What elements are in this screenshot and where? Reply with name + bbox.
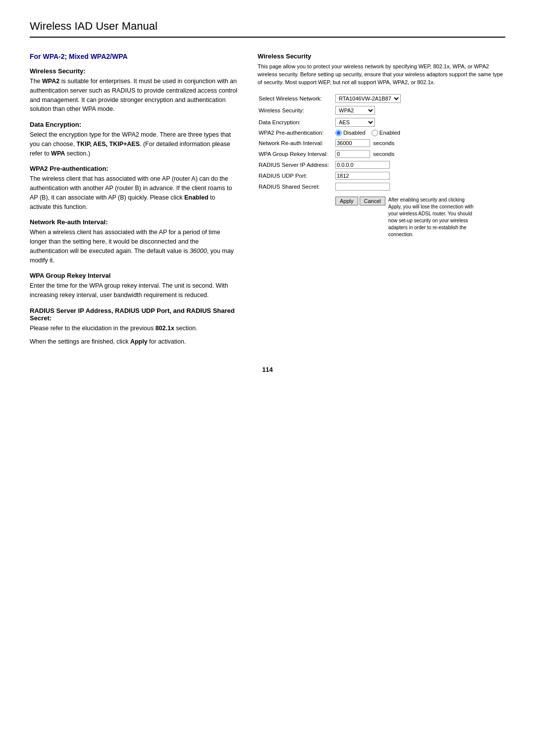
subsection-data-encryption: Data Encryption: [30, 121, 238, 128]
subsection-wpa2-preauth: WPA2 Pre-authentication: [30, 165, 238, 172]
data-encryption-text: Select the encryption type for the WPA2 … [30, 130, 238, 158]
subsection-wireless-security: Wireless Security: [30, 67, 238, 75]
subsection-radius: RADIUS Server IP Address, RADIUS UDP Por… [30, 307, 238, 322]
radio-enabled-label[interactable]: Enabled [372, 130, 400, 136]
radius-text-2: When the settings are finished, click Ap… [30, 337, 238, 347]
wpa2-preauth-text: The wireless client that has associated … [30, 174, 238, 211]
row-network-reauth: Network Re-auth Interval: seconds [258, 138, 505, 149]
page-title: Wireless IAD User Manual [30, 20, 158, 32]
row-radius-secret: RADIUS Shared Secret: [258, 181, 505, 192]
wireless-security-text: The WPA2 is suitable for enterprises. It… [30, 77, 238, 114]
ws-panel-title: Wireless Security [258, 52, 505, 60]
page-header: Wireless IAD User Manual [30, 20, 505, 38]
content-wrapper: For WPA-2; Mixed WPA2/WPA Wireless Secur… [30, 52, 505, 346]
value-select-network: RTA1046VW-2A1B87 [334, 93, 505, 104]
label-radius-ip: RADIUS Server IP Address: [258, 159, 334, 170]
wpa2-preauth-radio-group: Disabled Enabled [335, 130, 504, 136]
radio-enabled-text: Enabled [379, 130, 400, 136]
radius-udp-input[interactable] [335, 172, 390, 180]
apply-button[interactable]: Apply [335, 197, 358, 205]
label-wireless-security: Wireless Security: [258, 104, 334, 116]
value-network-reauth: seconds [334, 138, 505, 149]
value-radius-secret [334, 181, 505, 192]
value-radius-udp [334, 170, 505, 181]
ws-form-table: Select Wireless Network: RTA1046VW-2A1B8… [258, 93, 505, 240]
section-title: For WPA-2; Mixed WPA2/WPA [30, 52, 238, 60]
network-reauth-text: When a wireless client has associated wi… [30, 228, 238, 265]
value-wpa2-preauth: Disabled Enabled [334, 128, 505, 138]
data-encryption-select[interactable]: AES [335, 118, 375, 127]
right-column: Wireless Security This page allow you to… [258, 52, 505, 240]
wireless-security-select[interactable]: WPA2 [335, 106, 375, 115]
row-data-encryption: Data Encryption: AES [258, 116, 505, 128]
subsection-wpa-group-rekey: WPA Group Rekey Interval [30, 272, 238, 279]
radius-secret-input[interactable] [335, 183, 390, 191]
network-reauth-unit: seconds [373, 140, 394, 146]
label-network-reauth: Network Re-auth Interval: [258, 138, 334, 149]
radio-enabled[interactable] [372, 130, 378, 136]
wpa-group-rekey-unit: seconds [373, 151, 394, 157]
value-wpa-group-rekey: seconds [334, 149, 505, 159]
label-data-encryption: Data Encryption: [258, 116, 334, 128]
row-wireless-security: Wireless Security: WPA2 [258, 104, 505, 116]
radio-disabled-label[interactable]: Disabled [335, 130, 366, 136]
radius-title-bold: RADIUS Server IP Address, RADIUS UDP Por… [30, 307, 171, 314]
row-wpa2-preauth: WPA2 Pre-authentication: Disabled Enable… [258, 128, 505, 138]
left-column: For WPA-2; Mixed WPA2/WPA Wireless Secur… [30, 52, 238, 346]
row-buttons: Apply Cancel After enabling security and… [258, 192, 505, 240]
warning-text: After enabling security and clicking App… [388, 197, 478, 238]
subsection-network-reauth: Network Re-auth Interval: [30, 218, 238, 226]
wpa-group-rekey-input[interactable] [335, 150, 370, 158]
cancel-button[interactable]: Cancel [360, 197, 385, 205]
ws-description: This page allow you to protect your wire… [258, 63, 505, 87]
row-radius-ip: RADIUS Server IP Address: [258, 159, 505, 170]
radio-disabled-text: Disabled [343, 130, 366, 136]
row-radius-udp: RADIUS UDP Port: [258, 170, 505, 181]
radio-disabled[interactable] [335, 130, 342, 136]
button-group: Apply Cancel After enabling security and… [335, 197, 478, 238]
value-data-encryption: AES [334, 116, 505, 128]
network-reauth-input[interactable] [335, 139, 370, 147]
wpa-group-rekey-text: Enter the time for the WPA group rekey i… [30, 281, 238, 300]
value-wireless-security: WPA2 [334, 104, 505, 116]
radius-text-1: Please refer to the elucidation in the p… [30, 324, 238, 333]
buttons-empty-cell [258, 192, 334, 240]
label-wpa-group-rekey: WPA Group Rekey Interval: [258, 149, 334, 159]
row-wpa-group-rekey: WPA Group Rekey Interval: seconds [258, 149, 505, 159]
label-select-network: Select Wireless Network: [258, 93, 334, 104]
select-network-dropdown[interactable]: RTA1046VW-2A1B87 [335, 94, 401, 103]
page-number: 114 [30, 366, 505, 373]
label-radius-udp: RADIUS UDP Port: [258, 170, 334, 181]
value-radius-ip [334, 159, 505, 170]
network-select-wrapper: RTA1046VW-2A1B87 [335, 94, 504, 103]
buttons-row: Apply Cancel After enabling security and… [335, 197, 504, 238]
buttons-cell: Apply Cancel After enabling security and… [334, 192, 505, 240]
label-wpa2-preauth: WPA2 Pre-authentication: [258, 128, 334, 138]
radius-ip-input[interactable] [335, 161, 390, 169]
label-radius-secret: RADIUS Shared Secret: [258, 181, 334, 192]
row-select-network: Select Wireless Network: RTA1046VW-2A1B8… [258, 93, 505, 104]
